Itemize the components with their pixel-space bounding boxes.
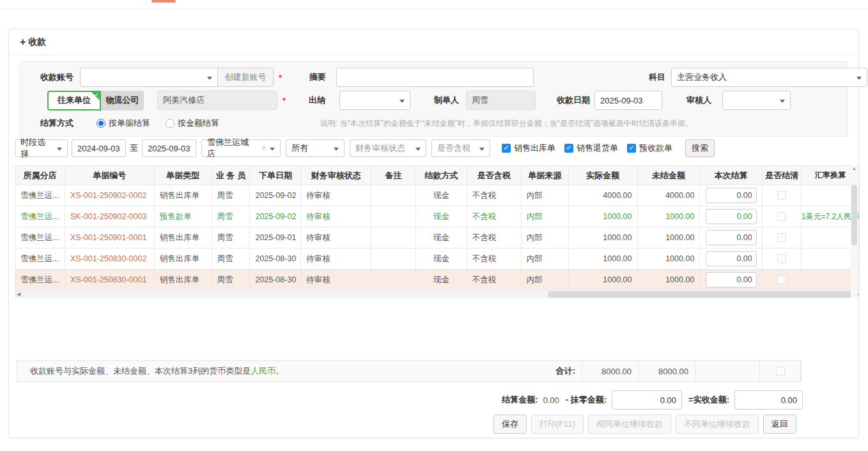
cell-order-no[interactable]: XS-001-250830-0002 [65, 248, 155, 269]
unit-tab-customer[interactable]: 往来单位 ✓ [47, 91, 101, 111]
chevron-down-icon [856, 77, 862, 80]
col-audit-status: 财务审核状态 [301, 166, 371, 185]
total-settle-now [695, 361, 759, 381]
scroll-up-icon[interactable]: ▲ [851, 165, 858, 172]
receipt-date-label: 收款日期 [536, 95, 590, 106]
cashier-select[interactable] [339, 91, 410, 110]
receipt-date-input[interactable]: 2025-09-03 [594, 91, 662, 110]
vertical-scrollbar[interactable]: ▲ [851, 165, 858, 298]
cleared-checkbox[interactable] [777, 191, 786, 200]
cell-order-no[interactable]: XS-001-250830-0001 [65, 270, 155, 290]
col-order-date: 下单日期 [250, 166, 301, 185]
table-row: 雪佛兰运... XS-001-250830-0002 销售出库单 周雪 2025… [15, 248, 859, 270]
cell-salesman: 周雪 [212, 227, 251, 248]
summary-input-field[interactable] [342, 73, 528, 82]
account-label: 收款账号 [20, 72, 74, 83]
currency-note-suffix: 。 [275, 366, 284, 376]
settle-amount-value: 0.00 [543, 395, 559, 405]
table-row: 雪佛兰运... XS-001-250902-0002 销售出库单 周雪 2025… [15, 185, 859, 206]
cleared-checkbox[interactable] [777, 212, 786, 221]
store-select-value: 雪佛兰运城店 [207, 137, 256, 160]
col-settle-now: 本次结算 [700, 166, 763, 185]
back-button[interactable]: 返回 [763, 415, 796, 434]
settle-mode-label: 结算方式 [20, 118, 74, 129]
radio-settle-by-order[interactable] [97, 119, 105, 128]
diff-unit-continue-button[interactable]: 不同单位继续收款 [676, 415, 759, 434]
settle-now-input[interactable] [706, 251, 757, 266]
cell-amount: 1000.00 [569, 227, 638, 248]
cell-order-no[interactable]: XS-001-250902-0002 [65, 185, 155, 206]
settle-now-input[interactable] [706, 230, 757, 245]
checkbox-sales-return[interactable]: 销售退货单 [564, 142, 618, 154]
col-amount: 实际金额 [569, 166, 638, 185]
cell-tax: 不含税 [467, 206, 522, 227]
checkbox-icon[interactable] [502, 144, 511, 153]
period-select[interactable]: 时段选择 [15, 139, 68, 157]
clear-icon[interactable]: × [261, 144, 266, 153]
cell-order-date: 2025-09-02 [250, 206, 301, 227]
store-select[interactable]: 雪佛兰运城店 × [201, 139, 281, 157]
cell-store: 雪佛兰运... [15, 206, 65, 227]
cell-order-no[interactable]: XS-001-250901-0001 [65, 227, 155, 248]
checkbox-icon[interactable] [564, 144, 573, 153]
cell-store: 雪佛兰运... [15, 248, 65, 269]
cell-order-date: 2025-08-30 [250, 248, 301, 269]
cell-pay-method: 现金 [416, 248, 467, 269]
cell-amount: 1000.00 [569, 206, 638, 227]
save-button[interactable]: 保存 [493, 415, 527, 434]
received-label: =实收金额: [688, 394, 729, 406]
cell-tax: 不含税 [467, 227, 522, 248]
settle-now-input[interactable] [706, 272, 757, 287]
cell-source: 内部 [522, 227, 569, 248]
same-unit-continue-button[interactable]: 相同单位继续收款 [588, 415, 671, 434]
date-to-input[interactable]: 2025-09-03 [142, 139, 196, 157]
total-label: 合计: [521, 365, 582, 377]
currency-note: 收款账号与实际金额、未结金额、本次结算3列的货币类型是人民币。 [17, 365, 521, 377]
audit-status-select[interactable]: 财务审核状态 [350, 139, 426, 157]
scope-select[interactable]: 所有 [286, 139, 345, 157]
checkbox-sales-outbound[interactable]: 销售出库单 [502, 142, 555, 154]
cleared-checkbox[interactable] [777, 254, 786, 263]
cell-order-no[interactable]: SK-001-250902-0003 [65, 206, 155, 227]
rounding-label: - 抹零金额: [566, 394, 607, 406]
radio-settle-by-amount[interactable] [166, 119, 174, 128]
chevron-down-icon [334, 148, 339, 151]
auditor-select[interactable] [722, 91, 791, 110]
col-source: 单据来源 [522, 166, 569, 185]
col-doc-type: 单据类型 [155, 166, 212, 185]
rounding-input[interactable] [612, 390, 682, 409]
maker-value: 周雪 [472, 95, 488, 106]
cleared-checkbox[interactable] [777, 233, 786, 242]
date-from-input[interactable]: 2024-09-03 [72, 139, 126, 157]
received-input[interactable] [734, 390, 803, 409]
settle-now-input[interactable] [706, 188, 757, 203]
cell-pay-method: 现金 [416, 185, 467, 206]
horizontal-scrollbar-thumb[interactable] [548, 291, 856, 298]
scroll-left-icon[interactable]: ◀ [15, 291, 22, 298]
account-select[interactable] [80, 68, 218, 87]
checkbox-icon[interactable] [627, 144, 636, 153]
cleared-checkbox[interactable] [777, 275, 786, 284]
cell-audit-status: 待审核 [301, 248, 371, 269]
checkbox-advance-receipt[interactable]: 预收款单 [627, 142, 672, 154]
checkbox-sales-return-label: 销售退货单 [577, 142, 618, 154]
cell-tax: 不含税 [467, 185, 522, 206]
currency-note-highlight: 人民币 [251, 366, 275, 376]
cell-doc-type: 预售款单 [155, 206, 212, 227]
create-account-button[interactable]: 创建新账号 [217, 68, 274, 87]
summary-input[interactable] [336, 68, 534, 87]
subject-value: 主营业务收入 [677, 72, 727, 83]
print-button[interactable]: 打印(F11) [531, 415, 584, 434]
tax-select[interactable]: 是否含税 [431, 139, 490, 157]
chevron-down-icon [399, 100, 405, 103]
vertical-scrollbar-thumb[interactable] [851, 185, 857, 245]
horizontal-scrollbar[interactable]: ◀ ▶ [15, 291, 860, 298]
cell-order-date: 2025-08-30 [250, 270, 301, 290]
unit-tab-logistics[interactable]: 物流公司 [101, 91, 144, 111]
subject-select[interactable]: 主营业务收入 [671, 68, 867, 87]
settle-now-input[interactable] [706, 209, 757, 224]
search-button[interactable]: 搜索 [685, 139, 715, 157]
unit-value: 阿美汽修店 [163, 95, 205, 106]
cell-audit-status: 待审核 [301, 185, 371, 206]
cell-salesman: 周雪 [212, 248, 251, 269]
